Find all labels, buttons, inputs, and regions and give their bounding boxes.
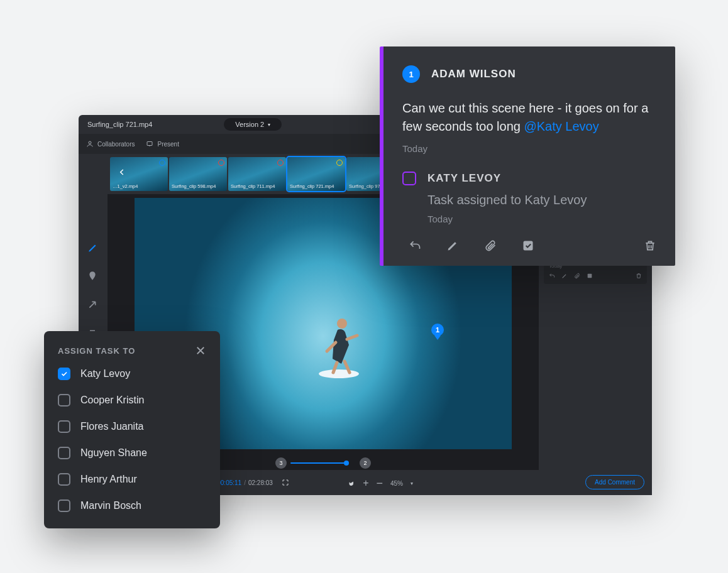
task-checkbox[interactable] [402, 172, 416, 185]
chevron-down-icon[interactable]: ▾ [411, 481, 413, 486]
reply-icon[interactable] [549, 273, 555, 279]
comment-timestamp: Today [402, 143, 656, 154]
surfer-illustration [317, 305, 361, 380]
add-comment-button[interactable]: Add Comment [585, 475, 644, 489]
status-dot-icon [336, 160, 343, 166]
comment-actions [409, 239, 656, 252]
reply-button[interactable] [409, 239, 421, 252]
chevron-down-icon: ▾ [268, 122, 270, 128]
assignee-name: Marvin Bosch [80, 500, 141, 511]
svg-point-3 [337, 319, 347, 329]
annotation-marker[interactable]: 1 [431, 324, 444, 336]
assignee-option[interactable]: Marvin Bosch [58, 499, 206, 512]
present-button[interactable]: Present [146, 140, 179, 148]
timecode: 00:05:11/02:28:03 [217, 479, 273, 486]
attach-button[interactable] [484, 239, 497, 252]
assign-task-title: ASSIGN TASK TO [58, 346, 135, 356]
task-assignee-name: KATY LEVOY [427, 172, 501, 185]
assign-task-popup: ASSIGN TASK TO Katy Levoy Cooper Kristin… [44, 331, 220, 528]
timeline-range[interactable] [290, 462, 347, 464]
thumbstrip-back-button[interactable] [118, 168, 126, 177]
version-selector[interactable]: Version 2 ▾ [224, 118, 282, 131]
assignee-name: Nguyen Shane [80, 447, 147, 459]
edit-button[interactable] [446, 239, 459, 252]
svg-rect-5 [588, 274, 592, 278]
comment-body: Can we cut this scene here - it goes on … [402, 99, 656, 136]
svg-point-0 [89, 141, 91, 144]
status-dot-icon [218, 160, 224, 166]
attach-icon[interactable] [574, 273, 580, 279]
assignee-option[interactable]: Henry Arthur [58, 473, 206, 486]
edit-icon[interactable] [561, 273, 568, 279]
assignee-name: Flores Juanita [80, 421, 144, 432]
assignee-name: Cooper Kristin [80, 395, 144, 406]
user-icon [86, 140, 94, 148]
checkbox-icon[interactable] [58, 499, 70, 512]
task-assigned-text: Task assigned to Katy Levoy [427, 193, 656, 207]
status-dot-icon [277, 160, 284, 166]
svg-point-2 [319, 369, 359, 378]
version-label: Version 2 [235, 121, 264, 128]
checkbox-icon[interactable] [58, 368, 70, 380]
pencil-tool[interactable] [87, 242, 99, 253]
svg-rect-6 [524, 241, 533, 251]
comment-number-badge: 1 [402, 65, 420, 83]
checkbox-icon[interactable] [58, 473, 70, 486]
assignee-option[interactable]: Katy Levoy [58, 368, 206, 380]
close-icon [195, 345, 206, 356]
task-icon[interactable] [587, 273, 593, 279]
arrow-tool[interactable] [87, 300, 99, 311]
assignee-name: Katy Levoy [80, 368, 130, 379]
assignee-option[interactable]: Flores Juanita [58, 420, 206, 433]
clip-thumb[interactable]: Surfing_clip 711.mp4 [228, 157, 286, 191]
mention-link[interactable]: @Katy Levoy [524, 119, 598, 133]
timeline-marker[interactable]: 2 [360, 457, 371, 469]
pan-hand-button[interactable] [348, 479, 355, 488]
delete-icon[interactable] [636, 273, 642, 279]
current-filename: Surfing_clip 721.mp4 [87, 121, 152, 128]
task-done-button[interactable] [522, 239, 534, 252]
clip-thumb[interactable]: Surfing_clip 721.mp4 [287, 157, 345, 191]
clip-thumb[interactable]: Surfing_clip 598.mp4 [169, 157, 227, 191]
present-icon [146, 140, 153, 148]
close-button[interactable] [195, 345, 206, 356]
checkbox-icon[interactable] [58, 420, 70, 433]
assignee-option[interactable]: Nguyen Shane [58, 447, 206, 459]
comment-detail-card: 1 ADAM WILSON Can we cut this scene here… [380, 46, 675, 266]
comment-author: ADAM WILSON [431, 68, 516, 80]
pin-tool[interactable] [87, 271, 99, 282]
delete-button[interactable] [644, 239, 656, 252]
zoom-controls: + − 45% ▾ [348, 479, 413, 488]
task-timestamp: Today [427, 214, 656, 224]
checkbox-icon[interactable] [58, 394, 70, 407]
collaborators-button[interactable]: Collaborators [86, 140, 135, 148]
assignee-name: Henry Arthur [80, 474, 137, 485]
svg-rect-1 [147, 142, 152, 146]
status-dot-icon [159, 160, 165, 166]
fullscreen-button[interactable] [282, 479, 289, 486]
checkbox-icon[interactable] [58, 447, 70, 459]
timeline-marker[interactable]: 3 [275, 457, 287, 469]
assignee-list: Katy Levoy Cooper Kristin Flores Juanita… [58, 368, 206, 512]
assignee-option[interactable]: Cooper Kristin [58, 394, 206, 407]
zoom-percent: 45% [390, 480, 403, 487]
